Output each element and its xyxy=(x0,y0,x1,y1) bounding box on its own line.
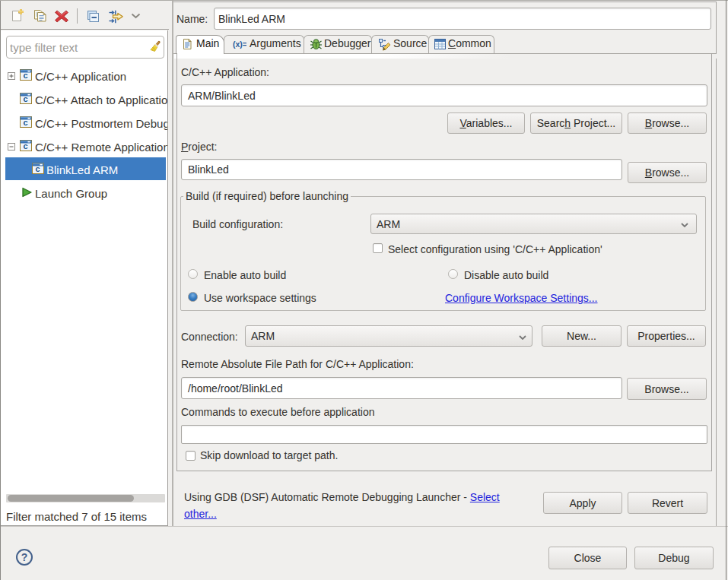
svg-text:(x)=: (x)= xyxy=(233,40,246,49)
